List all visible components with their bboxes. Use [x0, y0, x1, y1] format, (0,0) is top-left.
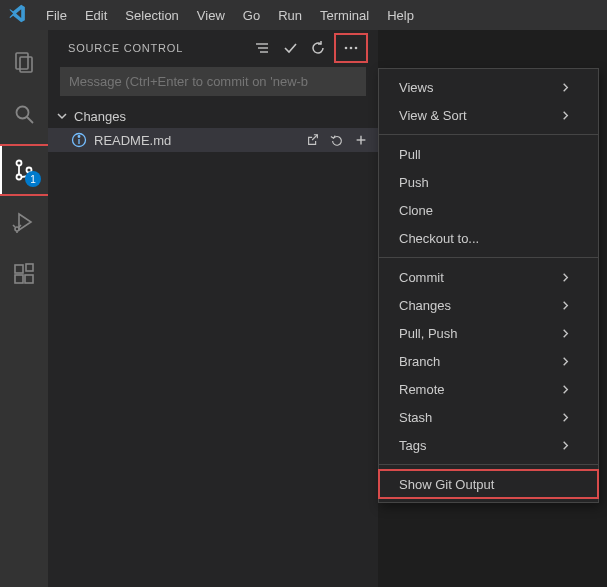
activity-explorer[interactable]: [0, 38, 48, 86]
panel-actions: [252, 35, 366, 61]
file-row[interactable]: README.md: [48, 128, 378, 152]
menu-item-remote[interactable]: Remote: [379, 375, 598, 403]
svg-point-21: [78, 136, 80, 138]
menu-item-pull[interactable]: Pull: [379, 140, 598, 168]
menu-item-label: Changes: [399, 298, 451, 313]
chevron-right-icon: [558, 108, 572, 122]
svg-line-3: [27, 117, 33, 123]
menu-item-label: Stash: [399, 410, 432, 425]
menu-item-label: View & Sort: [399, 108, 467, 123]
scm-badge: 1: [25, 171, 41, 187]
menu-item-show-git-output[interactable]: Show Git Output: [379, 470, 598, 498]
stage-changes-icon[interactable]: [352, 131, 370, 149]
menu-item-tags[interactable]: Tags: [379, 431, 598, 459]
activity-extensions[interactable]: [0, 250, 48, 298]
chevron-right-icon: [558, 410, 572, 424]
menu-item-branch[interactable]: Branch: [379, 347, 598, 375]
menu-item-clone[interactable]: Clone: [379, 196, 598, 224]
svg-rect-11: [25, 275, 33, 283]
menu-item-label: Checkout to...: [399, 231, 479, 246]
source-control-panel: SOURCE CONTROL Changes README.md: [48, 30, 378, 587]
panel-header: SOURCE CONTROL: [48, 30, 378, 65]
activity-source-control[interactable]: 1: [0, 146, 48, 194]
chevron-right-icon: [558, 326, 572, 340]
more-actions-button[interactable]: [336, 35, 366, 61]
menu-separator: [379, 134, 598, 135]
vscode-logo-icon: [8, 4, 30, 26]
menu-item-label: Remote: [399, 382, 445, 397]
chevron-right-icon: [558, 80, 572, 94]
file-info-icon: [70, 131, 88, 149]
menu-item-label: Branch: [399, 354, 440, 369]
svg-marker-7: [19, 214, 31, 230]
svg-point-16: [345, 46, 348, 49]
panel-title: SOURCE CONTROL: [68, 42, 183, 54]
svg-rect-9: [15, 265, 23, 273]
chevron-right-icon: [558, 270, 572, 284]
chevron-right-icon: [558, 382, 572, 396]
svg-rect-12: [26, 264, 33, 271]
activity-bar: 1: [0, 30, 48, 587]
commit-message-input[interactable]: [60, 67, 366, 96]
svg-point-18: [355, 46, 358, 49]
activity-search[interactable]: [0, 90, 48, 138]
menu-item-label: Commit: [399, 270, 444, 285]
menu-item-label: Tags: [399, 438, 426, 453]
menu-separator: [379, 257, 598, 258]
menu-item-pull-push[interactable]: Pull, Push: [379, 319, 598, 347]
menu-selection[interactable]: Selection: [117, 4, 186, 27]
chevron-down-icon: [54, 108, 70, 124]
commit-check-icon[interactable]: [280, 38, 300, 58]
menu-bar: File Edit Selection View Go Run Terminal…: [38, 4, 422, 27]
menu-item-label: Push: [399, 175, 429, 190]
activity-run-debug[interactable]: [0, 198, 48, 246]
menu-item-view-sort[interactable]: View & Sort: [379, 101, 598, 129]
menu-item-label: Views: [399, 80, 433, 95]
menu-item-label: Clone: [399, 203, 433, 218]
menu-separator: [379, 464, 598, 465]
discard-changes-icon[interactable]: [328, 131, 346, 149]
scm-more-actions-menu: ViewsView & SortPullPushCloneCheckout to…: [378, 68, 599, 503]
menu-item-changes[interactable]: Changes: [379, 291, 598, 319]
svg-point-5: [17, 175, 22, 180]
menu-item-commit[interactable]: Commit: [379, 263, 598, 291]
svg-point-8: [15, 227, 19, 231]
menu-view[interactable]: View: [189, 4, 233, 27]
file-row-actions: [304, 131, 370, 149]
refresh-icon[interactable]: [308, 38, 328, 58]
menu-edit[interactable]: Edit: [77, 4, 115, 27]
menu-item-views[interactable]: Views: [379, 73, 598, 101]
changes-section[interactable]: Changes: [48, 104, 378, 128]
changes-label: Changes: [74, 109, 126, 124]
chevron-right-icon: [558, 298, 572, 312]
file-name: README.md: [94, 133, 171, 148]
menu-item-label: Pull: [399, 147, 421, 162]
menu-help[interactable]: Help: [379, 4, 422, 27]
menu-file[interactable]: File: [38, 4, 75, 27]
menu-run[interactable]: Run: [270, 4, 310, 27]
chevron-right-icon: [558, 354, 572, 368]
menu-terminal[interactable]: Terminal: [312, 4, 377, 27]
menu-item-label: Pull, Push: [399, 326, 458, 341]
svg-rect-10: [15, 275, 23, 283]
title-bar: File Edit Selection View Go Run Terminal…: [0, 0, 607, 30]
svg-point-2: [17, 107, 29, 119]
chevron-right-icon: [558, 438, 572, 452]
menu-item-checkout-to[interactable]: Checkout to...: [379, 224, 598, 252]
svg-rect-0: [16, 53, 28, 69]
svg-point-4: [17, 161, 22, 166]
open-file-icon[interactable]: [304, 131, 322, 149]
menu-item-label: Show Git Output: [399, 477, 494, 492]
menu-item-push[interactable]: Push: [379, 168, 598, 196]
menu-go[interactable]: Go: [235, 4, 268, 27]
menu-item-stash[interactable]: Stash: [379, 403, 598, 431]
view-as-tree-icon[interactable]: [252, 38, 272, 58]
svg-point-17: [350, 46, 353, 49]
